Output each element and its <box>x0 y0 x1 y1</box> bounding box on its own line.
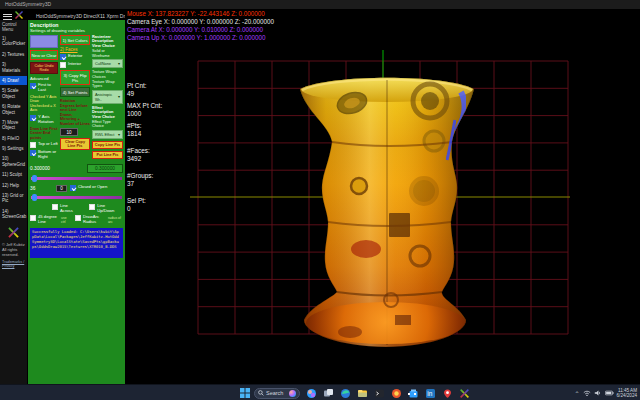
sidebar-item-move-object[interactable]: 7) Move Object <box>0 118 27 133</box>
rotation-degrees-input[interactable]: 10 <box>60 128 78 136</box>
linkedin-icon[interactable]: in <box>425 388 436 399</box>
sidebar-item-spheregrid[interactable]: 10) SphereGrid <box>0 154 27 169</box>
stat-value: 1814 <box>127 130 162 138</box>
copy-flip-pts-button[interactable]: 3) Copy Flip Pts <box>60 70 90 85</box>
segments-slider[interactable] <box>30 193 123 202</box>
panel-column-middle: 1) Set Colors 2) Faces Exterior Interior… <box>60 35 90 162</box>
checkbox-box[interactable] <box>89 204 95 210</box>
spare-input[interactable]: 0 <box>56 185 67 192</box>
checkbox-label: Interior <box>68 62 81 67</box>
wifi-icon[interactable] <box>583 389 591 397</box>
texture-wrap-select[interactable]: Anistropic Wr.. <box>92 90 123 104</box>
checkbox-box[interactable] <box>70 185 76 191</box>
vase-model[interactable] <box>300 76 474 347</box>
color-undo-redo-button[interactable]: Color Undo Redo <box>30 62 58 74</box>
new-or-clear-button[interactable]: New or Clear <box>30 50 58 60</box>
interior-checkbox[interactable]: Interior <box>60 62 90 68</box>
scale-slider[interactable] <box>30 174 123 183</box>
load-status-log: Successfully Loaded: C:\Users\kubit\AppD… <box>30 228 123 258</box>
footer-links[interactable]: Trademarks / Privacy <box>0 258 27 270</box>
sidebar-item-screengrab[interactable]: 14) ScreenGrab <box>0 207 27 222</box>
checkbox-box[interactable] <box>60 62 66 68</box>
draw-line-note: Draw Line First Center End points <box>30 127 58 141</box>
slider-track[interactable] <box>31 196 122 199</box>
sidebar-item-textures[interactable]: 2) Textures <box>0 50 27 59</box>
checkbox-box[interactable] <box>30 215 36 221</box>
slider1-value-button[interactable]: 0.300000 <box>87 164 123 173</box>
drawarc-radius-checkbox[interactable]: DrawArc Radius <box>75 215 106 225</box>
window-title: HotOddSymmetry3D <box>5 1 51 7</box>
stat-label: #Faces: <box>127 147 162 155</box>
taskbar-clock[interactable]: 11:45 AM 6/24/2024 <box>617 388 637 399</box>
slider-knob[interactable] <box>32 175 37 182</box>
bottom-or-right-checkbox[interactable]: Bottom or Right <box>30 150 58 160</box>
faces-link[interactable]: 2) Faces <box>60 47 90 52</box>
sidebar-item-help[interactable]: 12) Help <box>0 181 27 190</box>
put-line-pts-button[interactable]: Put Line Pts <box>92 151 123 159</box>
slider2-label: 36 <box>30 186 35 191</box>
stat-label: Sel Pt: <box>127 197 162 205</box>
app-window: HotOddSymmetry3D HotOddSymmetry3D Direct… <box>0 0 640 400</box>
stat-value: 37 <box>127 180 162 188</box>
battery-icon[interactable] <box>605 389 614 397</box>
deg45-line-checkbox[interactable]: 45 degree Line <box>30 215 59 225</box>
photos-icon[interactable] <box>391 388 402 399</box>
sidebar-item-scale-object[interactable]: 5) Scale Object <box>0 86 27 101</box>
copilot-icon[interactable] <box>306 388 317 399</box>
set-colors-button[interactable]: 1) Set Colors <box>60 35 90 45</box>
stat-value: 3492 <box>127 155 162 163</box>
checkbox-label: Exterior <box>68 54 82 59</box>
store-icon[interactable] <box>408 388 419 399</box>
set-points-button[interactable]: 4) Set Points <box>60 87 90 97</box>
exterior-checkbox[interactable]: Exterior <box>60 54 90 60</box>
tray-chevron-icon[interactable]: ⌃ <box>575 390 580 397</box>
checkbox-box[interactable] <box>30 150 36 156</box>
line-across-checkbox[interactable]: Line Across <box>52 204 81 214</box>
edge-icon[interactable] <box>340 388 351 399</box>
checkbox-box[interactable] <box>52 204 58 210</box>
sidebar-item-colorpicker[interactable]: 1) ColorPicker <box>0 34 27 49</box>
sidebar-item-materials[interactable]: 3) Materials <box>0 60 27 75</box>
slider-knob[interactable] <box>32 194 37 201</box>
checkbox-box[interactable] <box>60 54 66 60</box>
checkbox-box[interactable] <box>75 215 81 221</box>
stat-label: MAX Pt Cnt: <box>127 102 162 110</box>
checkbox-label: DrawArc Radius <box>83 215 106 225</box>
svg-text:in: in <box>427 390 432 397</box>
task-view-icon[interactable] <box>323 388 334 399</box>
volume-icon[interactable] <box>594 389 602 397</box>
effect-header: Effect Description View Choice <box>92 106 123 119</box>
slider-track[interactable] <box>31 177 122 180</box>
sidebar-item-draw[interactable]: 4) Draw! <box>0 76 27 85</box>
effect-type-select[interactable]: RWL Effect <box>92 130 123 139</box>
start-button-icon[interactable] <box>240 388 250 398</box>
file-explorer-icon[interactable] <box>357 388 368 399</box>
sidebar-item-sculpt[interactable]: 11) Sculpt <box>0 170 27 179</box>
maps-pin-icon[interactable] <box>442 388 453 399</box>
closed-or-open-checkbox[interactable]: Closed or Open <box>70 185 107 191</box>
sidebar-item-settings[interactable]: 9) Settings <box>0 144 27 153</box>
line-updown-checkbox[interactable]: Line Up/Down <box>89 204 123 214</box>
hotoddsymmetry-app-icon[interactable] <box>459 388 470 399</box>
viewport-3d-canvas[interactable] <box>185 45 640 355</box>
hamburger-menu-icon[interactable] <box>3 12 12 20</box>
clear-copy-line-pts-button[interactable]: Clear Copy Line Pts <box>60 138 90 150</box>
y-axis-rotation-checkbox[interactable]: Y Axis Rotation <box>30 115 58 125</box>
checkbox-box[interactable] <box>30 83 36 89</box>
taskbar-search-box[interactable]: Search <box>254 388 300 399</box>
top-or-left-checkbox[interactable]: Top or Left <box>30 142 58 148</box>
checkbox-box[interactable] <box>30 115 36 121</box>
copy-line-pts-button[interactable]: Copy Line Pts <box>92 141 123 149</box>
current-color-swatch[interactable] <box>30 35 58 48</box>
sidebar-item-rotate-object[interactable]: 6) Rotate Object <box>0 102 27 117</box>
checkbox-label: Line Up/Down <box>97 204 123 214</box>
terminal-icon[interactable] <box>374 388 385 399</box>
stat-label: #Pts: <box>127 122 162 130</box>
checkbox-box[interactable] <box>30 142 36 148</box>
sidebar-item-fileio[interactable]: 8) FileIO <box>0 134 27 143</box>
mouse-readout: Mouse X: 137.823227 Y: -22.443146 Z: 0.0… <box>127 10 274 18</box>
control-menu-sidebar: Control Menu 1) ColorPicker 2) Textures … <box>0 20 27 384</box>
sidebar-item-grid-or-pic[interactable]: 13) Grid or Pic <box>0 191 27 206</box>
first-to-last-checkbox[interactable]: First to Last <box>30 83 58 93</box>
rasterizer-select[interactable]: CullNone <box>92 59 123 68</box>
